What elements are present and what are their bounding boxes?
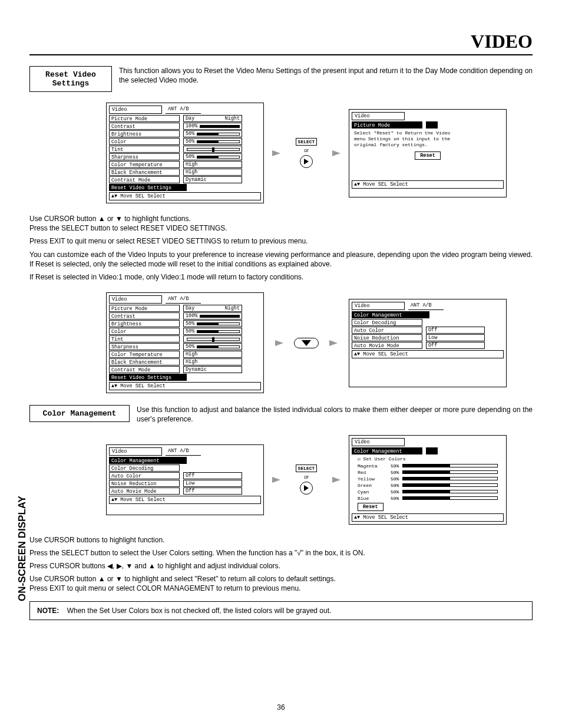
reset-msg: Select "Reset" to Return the Video menu … xyxy=(352,129,504,150)
arrow-right-icon xyxy=(272,150,280,156)
cursor-right-icon xyxy=(300,482,313,495)
sharpness: Sharpness xyxy=(109,153,180,160)
arrow-right-icon xyxy=(332,150,340,156)
para: Use CURSOR button ▲ or ▼ to highlight fu… xyxy=(29,214,533,233)
color-mgmt-desc: Use this function to adjust and balance … xyxy=(137,405,533,424)
reset-video-settings-item: Reset Video Settings xyxy=(109,184,187,191)
set-user-colors: ☑ Set User Colors xyxy=(352,455,504,463)
picture-mode: Picture Mode xyxy=(109,115,180,122)
reset-video-desc: This function allows you to Reset the Vi… xyxy=(119,66,533,85)
para: Use CURSOR buttons to highlight function… xyxy=(29,535,533,545)
para: Press the SELECT button to select the Us… xyxy=(29,548,533,558)
brightness: Brightness xyxy=(109,130,180,137)
cursor-down-icon xyxy=(302,340,311,346)
reset-video-section: Reset Video Settings This function allow… xyxy=(29,66,533,92)
osd-title: Video xyxy=(352,302,405,310)
tint: Tint xyxy=(109,146,180,153)
osd-ant: ANT A/B xyxy=(166,106,201,114)
osd-color-detail-panel: Video Color Management ☑ Set User Colors… xyxy=(349,435,507,525)
sidebar-label: ON-SCREEN DISPLAY xyxy=(16,483,29,601)
reset-button: Reset xyxy=(415,151,441,160)
heading-l2: Settings xyxy=(52,79,89,88)
osd-video-menu-1: Video ANT A/B Picture ModeDayNight Contr… xyxy=(106,103,264,203)
osd-title: Video xyxy=(352,112,405,120)
osd-title: Video xyxy=(109,295,162,304)
contrast: Contrast xyxy=(109,123,180,130)
note-text: When the Set User Colors box is not chec… xyxy=(67,607,332,615)
color-temp: Color Temperature xyxy=(109,161,180,168)
osd-video-menu-2: Video ANT A/B Picture ModeDayNight Contr… xyxy=(106,292,264,393)
down-control xyxy=(295,338,318,348)
osd-row-2: Video ANT A/B Picture ModeDayNight Contr… xyxy=(106,292,507,393)
select-control-2: SELECT or xyxy=(289,465,324,495)
note-box: NOTE: When the Set User Colors box is no… xyxy=(29,601,533,620)
para: You can customize each of the Video Inpu… xyxy=(29,250,533,269)
select-button: SELECT xyxy=(296,465,318,472)
heading-l1: Reset Video xyxy=(45,70,96,79)
color: Color xyxy=(109,138,180,145)
osd-title: Video xyxy=(109,106,162,114)
picture-mode-hi: Picture Mode xyxy=(352,121,422,129)
osd-ant: ANT A/B xyxy=(166,295,201,304)
osd-color-mgmt-panel-2: Video ANT A/B Color Management Color Dec… xyxy=(106,444,264,515)
select-control: SELECT or xyxy=(289,138,324,168)
osd-row-3: Video ANT A/B Color Management Color Dec… xyxy=(106,435,507,525)
arrow-right-icon xyxy=(275,340,283,346)
note-label: NOTE: xyxy=(37,607,59,615)
reset-video-heading: Reset Video Settings xyxy=(29,66,112,92)
para: Press EXIT to quit menu or select RESET … xyxy=(29,236,533,246)
para: If Reset is selected in Video:1 mode, on… xyxy=(29,272,533,282)
arrow-right-icon xyxy=(329,340,338,346)
osd-reset-panel: Video Picture Mode Select "Reset" to Ret… xyxy=(349,109,507,197)
osd-ant: ANT A/B xyxy=(408,302,444,310)
para: Press CURSOR buttons ◀, ▶, ▼ and ▲ to hi… xyxy=(29,561,533,571)
osd-color-mgmt-panel: Video ANT A/B Color Management Color Dec… xyxy=(349,299,507,387)
color-mgmt-item: Color Management xyxy=(352,311,429,318)
cursor-right-icon xyxy=(300,155,313,168)
reset-colors-button: Reset xyxy=(358,503,384,511)
color-mgmt-section: Color Management Use this function to ad… xyxy=(29,405,533,424)
osd-row-1: Video ANT A/B Picture ModeDayNight Contr… xyxy=(106,103,507,203)
select-button: SELECT xyxy=(296,138,318,146)
para: Use CURSOR button ▲ or ▼ to highlight an… xyxy=(29,574,533,593)
osd-foot: ▲▼ Move SEL Select xyxy=(352,180,504,189)
arrow-right-icon xyxy=(332,477,340,483)
page-number: 36 xyxy=(0,703,562,711)
osd-foot: ▲▼ Move SEL Select xyxy=(109,192,261,200)
page-title: VIDEO xyxy=(471,31,533,52)
black-enh: Black Enhancement xyxy=(109,169,180,176)
divider-top xyxy=(29,54,533,55)
color-mgmt-heading: Color Management xyxy=(29,405,130,422)
arrow-right-icon xyxy=(272,477,280,483)
contrast-mode: Contrast Mode xyxy=(109,176,180,183)
